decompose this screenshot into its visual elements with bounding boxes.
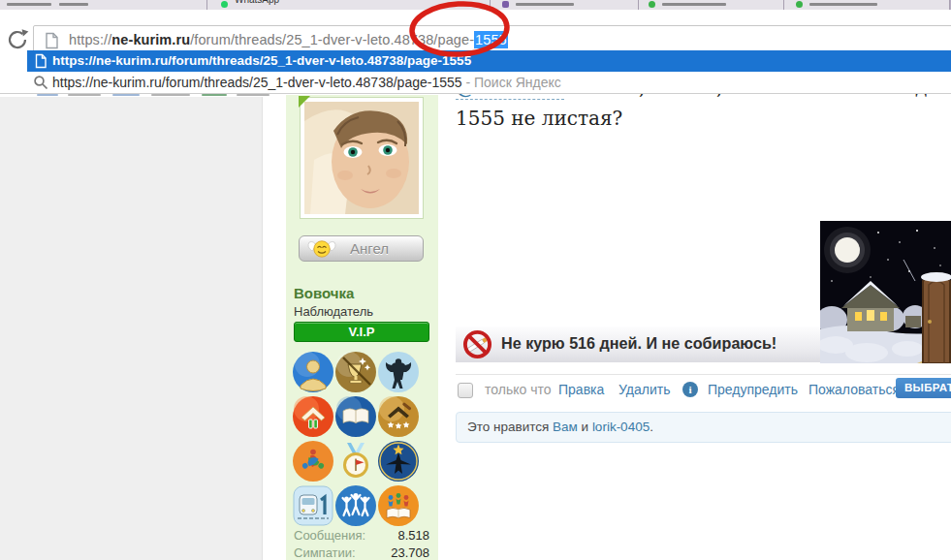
- info-icon[interactable]: i: [682, 382, 698, 397]
- status-badge-label: Ангел: [350, 240, 389, 257]
- badge-jumping-people-icon: [335, 485, 376, 526]
- url-selected-text: 1555: [474, 31, 508, 48]
- browser-window: WhatsApp https://ne-kurim.ru/forum/threa…: [0, 0, 951, 560]
- page-margin-panel: [0, 97, 263, 560]
- badge-book-readers-icon: [378, 485, 419, 526]
- likes-box: Это нравится Вам и lorik-0405.: [456, 412, 951, 443]
- post-action-bar: только что Правка Удалить i Предупредить…: [456, 381, 951, 404]
- edit-link[interactable]: Правка: [558, 382, 604, 397]
- tab-strip: WhatsApp: [0, 0, 951, 10]
- browser-tab[interactable]: [783, 0, 950, 10]
- divider: [456, 374, 951, 375]
- user-role: Наблюдатель: [294, 304, 373, 319]
- status-badge: Ангел: [299, 235, 424, 262]
- search-icon: [33, 75, 48, 90]
- badge-medal-flag-icon: [335, 441, 376, 482]
- whatsapp-favicon-icon: [221, 1, 228, 8]
- signature-banner: Не курю 516 дней. И не собираюсь!: [456, 327, 820, 362]
- post-timestamp: только что: [485, 382, 552, 397]
- user-profile-sidebar: Ангел Вовочка Наблюдатель V.I.P: [286, 95, 438, 560]
- delete-link[interactable]: Удалить: [618, 382, 670, 397]
- angel-smiley-icon: [306, 239, 337, 259]
- browser-toolbar: https://ne-kurim.ru/forum/threads/25_1-d…: [0, 10, 951, 50]
- warn-link[interactable]: Предупредить: [708, 382, 798, 397]
- report-link[interactable]: Пожаловаться: [808, 382, 900, 397]
- avatar[interactable]: [300, 97, 424, 219]
- badge-bodybuilder-icon: [378, 352, 419, 392]
- badge-airplane-star-icon: [378, 441, 419, 482]
- winter-night-signature-image: [820, 221, 951, 363]
- badge-trophy-stars-icon: [335, 352, 376, 392]
- stat-likes: Симпатии:23.708: [294, 545, 431, 560]
- badge-roof-pause-icon: [293, 396, 333, 437]
- webpage-content: Ангел Вовочка Наблюдатель V.I.P: [0, 93, 951, 560]
- online-corner-marker: [299, 96, 310, 108]
- suggestion-search[interactable]: https://ne-kurim.ru/forum/threads/25_1-d…: [27, 72, 951, 93]
- tab-favicon-icon: [649, 1, 655, 8]
- vip-badge: V.I.P: [294, 322, 429, 342]
- badge-open-book-icon: [335, 396, 376, 437]
- stat-messages: Сообщения:8.518: [294, 528, 431, 543]
- suggestion-text: https://ne-kurim.ru/forum/threads/25_1-d…: [52, 75, 462, 90]
- reload-icon[interactable]: [6, 27, 31, 52]
- no-smoking-icon: [462, 329, 492, 359]
- badge-train-icon: [293, 485, 333, 526]
- url-text: https://ne-kurim.ru/forum/threads/25_1-d…: [69, 32, 508, 47]
- page-icon: [33, 53, 48, 69]
- tab-favicon-icon: [796, 1, 803, 8]
- signature-text: Не курю 516 дней. И не собираюсь!: [501, 334, 777, 354]
- browser-tab[interactable]: [490, 0, 639, 10]
- select-post-checkbox[interactable]: [458, 383, 473, 398]
- omnibox-dropdown: https://ne-kurim.ru/forum/threads/25_1-d…: [0, 50, 951, 94]
- tab-label: WhatsApp: [235, 0, 279, 5]
- username[interactable]: Вовочка: [294, 285, 354, 301]
- post-text-line2: 1555 не листая?: [456, 107, 622, 130]
- suggestion-url-highlighted[interactable]: https://ne-kurim.ru/forum/threads/25_1-d…: [27, 50, 951, 72]
- likes-prefix: Это нравится: [467, 420, 553, 434]
- badge-user-silhouette-icon: [293, 352, 333, 392]
- browser-tab[interactable]: [0, 0, 207, 10]
- browser-tab[interactable]: [638, 0, 784, 10]
- badge-three-dancers-icon: [293, 441, 333, 482]
- likes-you-link[interactable]: Вам: [553, 420, 578, 434]
- suggestion-text: https://ne-kurim.ru/forum/threads/25_1-d…: [52, 53, 471, 68]
- browser-tab-whatsapp[interactable]: WhatsApp: [206, 0, 491, 10]
- page-icon: [43, 32, 60, 49]
- tab-favicon-icon: [502, 1, 509, 8]
- select-button[interactable]: ВЫБРАТЬ: [896, 378, 951, 398]
- suggestion-search-engine: - Поиск Яндекс: [462, 75, 561, 90]
- baby-photo: [304, 102, 419, 214]
- likes-user-link[interactable]: lorik-0405: [592, 420, 650, 434]
- badge-roof-stars-icon: [378, 396, 419, 437]
